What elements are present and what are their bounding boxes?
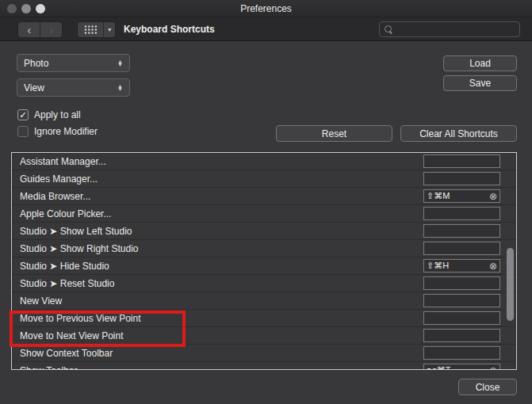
apply-to-all-label: Apply to all bbox=[34, 109, 81, 120]
nav-segmented-control: ‹ › bbox=[17, 21, 63, 38]
close-button[interactable]: Close bbox=[458, 379, 517, 395]
grid-view-button[interactable] bbox=[78, 22, 103, 37]
shortcut-row-label: Show Context Toolbar bbox=[20, 348, 113, 359]
shortcut-field[interactable] bbox=[423, 207, 500, 220]
toolbar-pane-title: Keyboard Shortcuts bbox=[124, 17, 215, 41]
shortcut-field[interactable]: ⌥⌘T ⊗ bbox=[423, 364, 500, 370]
shortcut-field[interactable] bbox=[423, 224, 500, 238]
shortcut-row[interactable]: Show Toolbar ⌥⌘T ⊗ bbox=[12, 362, 516, 370]
minimize-window-button[interactable] bbox=[21, 4, 31, 13]
save-button[interactable]: Save bbox=[443, 75, 517, 91]
close-button-label: Close bbox=[476, 382, 500, 393]
shortcut-value: ⌥⌘T bbox=[427, 365, 450, 370]
zoom-window-button[interactable] bbox=[36, 4, 45, 13]
shortcut-row-label: Apple Colour Picker... bbox=[20, 208, 111, 219]
shortcut-row-label: Move to Next View Point bbox=[20, 330, 124, 341]
shortcut-value: ⇧⌘M bbox=[427, 191, 450, 201]
load-button-label: Load bbox=[469, 58, 491, 69]
preferences-window: Preferences ‹ › ▼ bbox=[0, 0, 532, 404]
search-field[interactable] bbox=[379, 21, 520, 37]
shortcut-row-label: Studio ➤ Show Right Studio bbox=[20, 243, 138, 254]
shortcut-field[interactable] bbox=[423, 294, 500, 307]
search-input[interactable] bbox=[396, 24, 515, 35]
group-popup-value: Photo bbox=[24, 58, 48, 69]
shortcut-row[interactable]: Show Context Toolbar bbox=[12, 345, 516, 362]
shortcut-row[interactable]: Media Browser... ⇧⌘M ⊗ bbox=[12, 188, 516, 205]
apply-to-all-row: ✓ Apply to all bbox=[17, 109, 81, 120]
forward-button[interactable]: › bbox=[40, 22, 62, 37]
view-mode-control: ▼ bbox=[77, 21, 116, 38]
shortcut-field[interactable] bbox=[423, 154, 500, 168]
clear-shortcut-button[interactable]: ⊗ bbox=[489, 192, 497, 201]
shortcut-row[interactable]: Apple Colour Picker... bbox=[12, 205, 516, 223]
shortcut-field[interactable] bbox=[423, 276, 500, 290]
search-icon bbox=[385, 25, 393, 34]
shortcut-row[interactable]: Studio ➤ Show Left Studio bbox=[12, 223, 516, 240]
category-popup-value: View bbox=[24, 82, 44, 93]
load-button[interactable]: Load bbox=[443, 55, 517, 71]
traffic-lights bbox=[7, 4, 45, 13]
shortcut-row[interactable]: Assistant Manager... bbox=[12, 153, 516, 170]
shortcut-row[interactable]: Guides Manager... bbox=[12, 170, 516, 188]
ignore-modifier-checkbox[interactable]: ✓ bbox=[17, 126, 29, 137]
shortcut-row-label: Studio ➤ Reset Studio bbox=[20, 278, 114, 289]
chevron-left-icon: ‹ bbox=[27, 24, 31, 36]
view-dropdown-button[interactable]: ▼ bbox=[103, 22, 115, 37]
chevron-down-icon: ▼ bbox=[107, 27, 113, 32]
titlebar: Preferences bbox=[0, 0, 532, 17]
shortcut-field[interactable]: ⇧⌘H ⊗ bbox=[423, 259, 500, 273]
scrollbar-thumb[interactable] bbox=[507, 248, 514, 321]
clear-all-shortcuts-label: Clear All Shortcuts bbox=[419, 128, 498, 139]
chevron-right-icon: › bbox=[49, 24, 53, 36]
shortcut-field[interactable] bbox=[423, 311, 500, 325]
ignore-modifier-label: Ignore Modifier bbox=[34, 126, 98, 137]
apply-to-all-checkbox[interactable]: ✓ bbox=[17, 109, 29, 120]
clear-shortcut-button[interactable]: ⊗ bbox=[489, 366, 497, 371]
close-window-button[interactable] bbox=[7, 4, 17, 13]
popup-stepper-icon: ▲▼ bbox=[117, 60, 123, 67]
clear-shortcut-button[interactable]: ⊗ bbox=[489, 261, 497, 271]
reset-button[interactable]: Reset bbox=[276, 125, 392, 142]
shortcut-field[interactable] bbox=[423, 329, 500, 342]
save-button-label: Save bbox=[469, 78, 491, 89]
popup-stepper-icon: ▲▼ bbox=[117, 85, 123, 91]
shortcut-value: ⇧⌘H bbox=[427, 261, 449, 271]
reset-button-label: Reset bbox=[322, 128, 346, 139]
shortcut-row[interactable]: Studio ➤ Show Right Studio bbox=[12, 240, 516, 257]
shortcut-field[interactable]: ⇧⌘M ⊗ bbox=[423, 189, 500, 203]
shortcut-row-label: Move to Previous View Point bbox=[20, 313, 141, 324]
shortcut-row-label: Studio ➤ Hide Studio bbox=[20, 261, 109, 272]
shortcut-row-label: Studio ➤ Show Left Studio bbox=[20, 226, 132, 237]
shortcut-field[interactable] bbox=[423, 242, 500, 255]
shortcut-row-label: Assistant Manager... bbox=[20, 156, 106, 167]
shortcut-row[interactable]: Move to Previous View Point bbox=[12, 310, 516, 327]
clear-all-shortcuts-button[interactable]: Clear All Shortcuts bbox=[400, 125, 517, 142]
shortcut-field[interactable] bbox=[423, 346, 500, 360]
group-popup-button[interactable]: Photo ▲▼ bbox=[17, 54, 130, 72]
shortcut-row[interactable]: Move to Next View Point bbox=[12, 327, 516, 345]
shortcut-row-label: Guides Manager... bbox=[20, 173, 98, 185]
shortcut-row[interactable]: Studio ➤ Hide Studio ⇧⌘H ⊗ bbox=[12, 257, 516, 275]
toolbar: ‹ › ▼ Keyboard Shortcuts bbox=[0, 17, 532, 41]
category-popup-button[interactable]: View ▲▼ bbox=[17, 78, 130, 97]
shortcut-row[interactable]: Studio ➤ Reset Studio bbox=[12, 275, 516, 292]
window-title: Preferences bbox=[240, 3, 292, 14]
grid-icon bbox=[84, 25, 98, 35]
back-button[interactable]: ‹ bbox=[18, 22, 40, 37]
ignore-modifier-row: ✓ Ignore Modifier bbox=[17, 126, 98, 137]
shortcut-row-label: Show Toolbar bbox=[20, 365, 78, 371]
shortcut-row[interactable]: New View bbox=[12, 292, 516, 310]
shortcut-list: Assistant Manager... Guides Manager... M… bbox=[11, 152, 517, 370]
shortcut-field[interactable] bbox=[423, 172, 500, 185]
shortcut-row-label: Media Browser... bbox=[20, 191, 90, 202]
shortcut-row-label: New View bbox=[20, 295, 62, 307]
